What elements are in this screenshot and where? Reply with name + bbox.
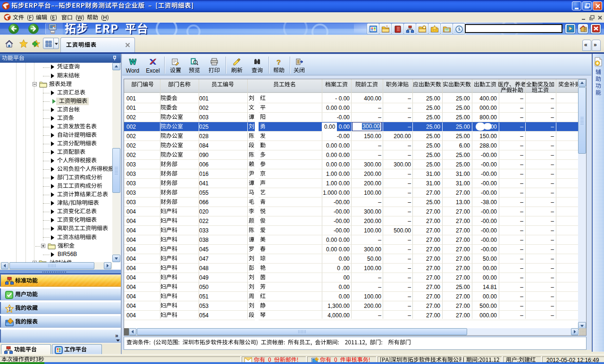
svg-text:1: 1: [458, 27, 461, 32]
svg-text:?: ?: [277, 58, 281, 66]
svg-text:1: 1: [8, 306, 11, 312]
